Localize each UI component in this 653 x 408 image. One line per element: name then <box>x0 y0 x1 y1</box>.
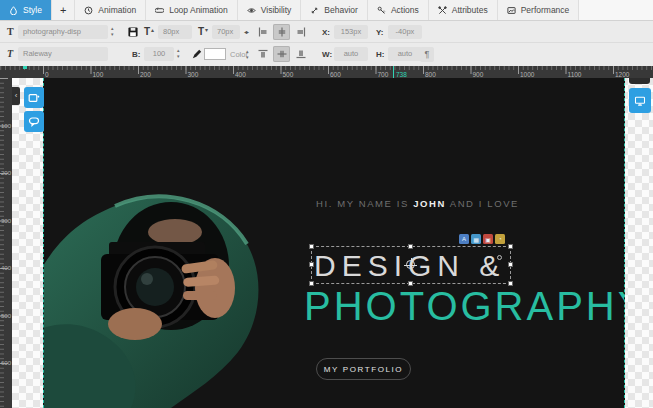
h-ruler-label: 400 <box>235 71 246 78</box>
add-asset-button[interactable] <box>24 87 44 108</box>
valign-top-button[interactable] <box>254 46 271 62</box>
tab-actions[interactable]: Actions <box>368 0 429 20</box>
plus-icon: + <box>60 4 66 16</box>
font-size-arrow-icon: ▴ <box>151 26 153 33</box>
ruler-origin-marker <box>23 66 27 69</box>
tab-add[interactable]: + <box>52 0 75 20</box>
line-height-field[interactable]: 70px <box>212 25 240 39</box>
x-label: X: <box>322 28 330 37</box>
font-size-icon: T <box>144 26 150 37</box>
valign-middle-icon <box>277 49 287 59</box>
tab-attributes[interactable]: Attributes <box>429 0 498 20</box>
align-center-button[interactable] <box>273 24 290 40</box>
canvas-pasteboard[interactable]: HI. MY NAME IS JOHN AND I LOVE A ▦ ▣ ◔ D… <box>12 78 653 408</box>
comment-button[interactable] <box>24 111 44 132</box>
v-ruler-label: 300 <box>1 218 11 224</box>
y-field[interactable]: -40px <box>388 25 422 39</box>
weight-field[interactable]: 100 <box>144 47 174 61</box>
font-style-select[interactable]: photography-disp <box>18 25 108 39</box>
intro-post: AND I LOVE <box>446 198 519 209</box>
h-ruler-label: 800 <box>425 71 436 78</box>
eye-icon <box>247 6 256 15</box>
w-label: W: <box>322 50 332 59</box>
panel-tabbar: Style + Animation Loop Animation Visibil… <box>0 0 653 21</box>
align-left-button[interactable] <box>254 24 271 40</box>
valign-bottom-icon <box>296 49 306 59</box>
paragraph-settings-button[interactable]: ¶ <box>420 47 434 62</box>
resize-handle-n[interactable] <box>408 244 413 249</box>
web-designer-app: Style + Animation Loop Animation Visibil… <box>0 0 653 408</box>
portfolio-cta-button[interactable]: MY PORTFOLIO <box>316 358 411 380</box>
chevron-left-icon: ‹ <box>15 91 18 100</box>
selected-text-element[interactable]: DESIGN & <box>311 246 511 284</box>
h-ruler-label: 500 <box>283 71 294 78</box>
font-family-select[interactable]: Raleway <box>18 47 108 61</box>
valign-top-icon <box>258 49 268 59</box>
h-ruler-label: 0 <box>45 71 49 78</box>
tab-attributes-label: Attributes <box>452 5 488 15</box>
expand-arrows-icon <box>310 6 319 15</box>
font-style-stepper[interactable]: ▴ ▾ <box>111 25 114 37</box>
resize-handle-w[interactable] <box>309 262 314 267</box>
text-color-pen-button[interactable] <box>188 46 205 62</box>
w-field[interactable]: auto <box>334 47 368 61</box>
align-left-icon <box>258 27 268 37</box>
resize-handle-nw[interactable] <box>309 244 314 249</box>
h-ruler-label: 1100 <box>568 71 582 78</box>
font-size-field[interactable]: 80px <box>158 25 192 39</box>
vertical-ruler[interactable]: 100200300400500600 <box>0 78 12 408</box>
timer-badge-icon[interactable]: ◔ <box>495 234 505 244</box>
tab-animation[interactable]: Animation <box>75 0 146 20</box>
v-ruler-label: 600 <box>1 360 11 366</box>
tab-loop-animation[interactable]: Loop Animation <box>146 0 238 20</box>
valign-bottom-button[interactable] <box>292 46 309 62</box>
tab-style-label: Style <box>23 5 42 15</box>
tab-behavior[interactable]: Behavior <box>301 0 368 20</box>
h-ruler-label: 600 <box>330 71 341 78</box>
rotation-handle[interactable] <box>497 255 502 260</box>
intro-name: JOHN <box>413 198 446 209</box>
weight-stepper[interactable]: ▴ ▾ <box>177 47 180 59</box>
h-ruler-label: 200 <box>140 71 151 78</box>
h-ruler-label: 300 <box>188 71 199 78</box>
tools-icon <box>438 6 447 15</box>
text-color-swatch[interactable] <box>204 48 226 60</box>
transform-origin-crosshair[interactable] <box>406 260 415 269</box>
grid-badge-icon[interactable]: ▦ <box>471 234 481 244</box>
tab-performance[interactable]: Performance <box>498 0 580 20</box>
x-field[interactable]: 153px <box>334 25 368 39</box>
ruler-cursor-line <box>393 66 394 78</box>
key-icon <box>377 6 386 15</box>
image-icon <box>507 6 516 15</box>
tab-visibility[interactable]: Visibility <box>238 0 302 20</box>
collapse-handle[interactable]: ‹ <box>12 87 20 105</box>
text-badge-icon[interactable]: A <box>459 234 469 244</box>
tab-loop-animation-label: Loop Animation <box>169 5 228 15</box>
resize-handle-e[interactable] <box>508 262 513 267</box>
tab-visibility-label: Visibility <box>261 5 292 15</box>
v-ruler-label: 200 <box>1 170 11 176</box>
tab-style[interactable]: Style <box>0 0 52 20</box>
design-stage[interactable]: HI. MY NAME IS JOHN AND I LOVE A ▦ ▣ ◔ D… <box>43 78 625 408</box>
ruler-cursor-label: 738 <box>396 71 407 78</box>
stepper-down-icon: ▾ <box>111 31 114 37</box>
y-label: Y: <box>376 28 383 37</box>
top-right-panel-handle[interactable] <box>629 78 650 84</box>
h-ruler-label: 100 <box>93 71 104 78</box>
resize-handle-ne[interactable] <box>508 244 513 249</box>
line-height-icon: T <box>198 26 204 37</box>
valign-middle-button[interactable] <box>273 46 290 62</box>
weight-label: B: <box>132 50 140 59</box>
photographer-photo <box>43 116 328 408</box>
shape-badge-icon[interactable]: ▣ <box>483 234 493 244</box>
align-right-button[interactable] <box>292 24 309 40</box>
save-style-button[interactable] <box>124 24 141 40</box>
h-ruler-label: 700 <box>378 71 389 78</box>
h-field[interactable]: auto <box>388 47 422 61</box>
horizontal-ruler[interactable]: 0100200300400500600700800900100011001200 <box>0 66 653 78</box>
preview-device-button[interactable] <box>629 88 651 113</box>
intro-pre: HI. MY NAME IS <box>316 198 413 209</box>
inspector-row-2: T Raleway B: 100 ▴ ▾ Color ▴ ▾ <box>0 43 653 66</box>
vertical-axis-icon: ▴ ▾ <box>246 48 249 60</box>
photography-heading: PHOTOGRAPHY <box>304 284 625 329</box>
